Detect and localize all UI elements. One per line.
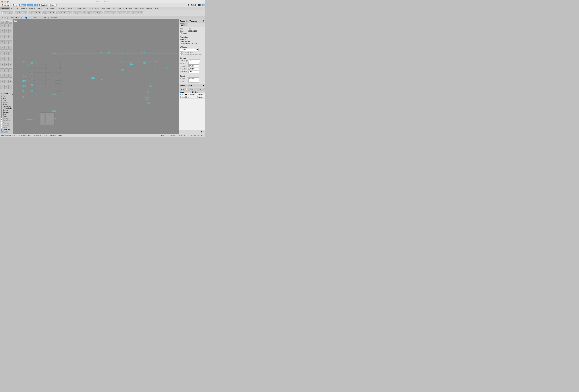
fillet-icon[interactable]: ⌒ xyxy=(123,11,126,14)
snap-onsurf[interactable]: On surface xyxy=(0,119,10,121)
fullscreen-button[interactable]: ⊡ xyxy=(202,4,205,6)
region-select[interactable]: ⬡ xyxy=(8,29,12,33)
snap-end[interactable]: End xyxy=(0,95,5,97)
maximize-button[interactable] xyxy=(7,1,8,2)
zoom-extents-icon[interactable]: ⊞ xyxy=(49,11,52,14)
zoom-window-icon[interactable]: ⊟ xyxy=(52,11,55,14)
array-tool[interactable]: ⊞ xyxy=(0,63,4,66)
hatch-tool[interactable]: ≡ xyxy=(8,68,12,72)
snap-int[interactable]: Intersection xyxy=(0,105,10,107)
fillet-tool[interactable]: ⌒ xyxy=(0,57,4,61)
layer-swatch[interactable] xyxy=(185,94,187,95)
viewport-single-icon[interactable]: ▭ xyxy=(4,17,6,19)
ytarget-input[interactable] xyxy=(188,80,199,82)
trim-icon[interactable]: ⌐ xyxy=(117,11,120,14)
layer-default[interactable]: ◉ 🔓 🖨 Default Conti... xyxy=(179,93,205,96)
tab-solid-tools[interactable]: Solid Tools xyxy=(100,7,111,9)
trim-tool[interactable]: ⌐ xyxy=(0,52,4,55)
viewport-canvas[interactable]: x y xyxy=(13,19,179,129)
layer-filter-icon[interactable]: ⊟ xyxy=(199,88,202,90)
copy-icon[interactable]: ⧉ xyxy=(18,11,21,14)
undo2-icon[interactable]: ⟲ xyxy=(35,11,38,14)
text-tool[interactable]: T xyxy=(0,68,4,72)
layer-print-icon[interactable]: 🖨 xyxy=(188,94,189,95)
hatch-icon[interactable]: ≡ xyxy=(99,11,102,14)
vp-tab-perspective[interactable]: Perspective xyxy=(8,16,20,19)
snap-smarttrack[interactable]: SmartTrack xyxy=(0,129,10,131)
layer-0-swatch[interactable] xyxy=(185,96,187,98)
ortho-view-btn[interactable]: ▭ xyxy=(184,23,188,26)
layers-sub-btn[interactable]: − xyxy=(182,131,183,133)
cut-icon[interactable]: ✂ xyxy=(15,11,18,14)
snap-oncurve[interactable]: On curve xyxy=(0,117,9,119)
tab-surface-tools[interactable]: Surface Tools xyxy=(88,7,100,9)
help-icon[interactable]: ? xyxy=(140,11,143,14)
snap-knot[interactable]: Knot xyxy=(0,113,6,115)
dimension-icon[interactable]: ↔ xyxy=(93,11,96,14)
arc-icon[interactable]: ◜ xyxy=(66,11,69,14)
tab-viewport-layout[interactable]: Viewport Layout xyxy=(43,7,58,9)
lasso-tool[interactable]: ⊙ xyxy=(8,23,12,27)
camera-view-btn[interactable]: 📷 xyxy=(180,23,184,26)
tab-render-tools[interactable]: Render Tools xyxy=(133,7,145,9)
tab-subd-tools[interactable]: SubD Tools xyxy=(111,7,122,9)
vp-tab-top[interactable]: Top xyxy=(23,16,29,19)
move-tool[interactable]: ⊹ xyxy=(0,85,4,89)
layer-0-on-icon[interactable]: ◉ xyxy=(182,96,183,98)
layer-0-lt-dot[interactable] xyxy=(197,96,199,98)
rotation-input[interactable] xyxy=(188,62,199,65)
xtarget-input[interactable] xyxy=(188,77,199,80)
chamfer-tool[interactable]: ∧ xyxy=(4,57,8,61)
layer-icon-4[interactable]: ◻ xyxy=(188,88,191,90)
extend-tool[interactable]: ↗ xyxy=(8,52,12,55)
solid-icon[interactable]: ◻ xyxy=(86,11,90,14)
close-button[interactable] xyxy=(1,1,3,2)
curve-icon[interactable]: ∿ xyxy=(79,11,82,14)
import-tool[interactable]: ⬇ xyxy=(0,74,4,78)
rect-icon[interactable]: ▭ xyxy=(72,11,76,14)
greyscale-cb[interactable] xyxy=(180,54,182,55)
ellipse-tool[interactable]: ◯ xyxy=(8,35,12,38)
layers-gear-icon[interactable]: ⚙ xyxy=(203,85,204,87)
layer-0-lock-icon[interactable]: 🔓 xyxy=(183,96,185,98)
zoom-in-icon[interactable]: 🔍 xyxy=(43,11,46,14)
gumball-button[interactable]: Gumball xyxy=(39,4,48,6)
tab-new-v7[interactable]: New in V7 xyxy=(153,7,164,9)
mirror-icon[interactable]: ⇔ xyxy=(113,11,116,14)
revolve-tool[interactable]: ↻ xyxy=(8,46,12,50)
command-input[interactable] xyxy=(0,20,12,23)
layer-icon-5[interactable]: ▭ xyxy=(191,88,193,90)
group-tool[interactable]: ⊟ xyxy=(4,63,8,66)
line-tool[interactable]: ╱ xyxy=(0,40,4,44)
layer-icon-7[interactable]: ✕ xyxy=(197,88,199,90)
layers-arrow-icon[interactable]: ▾ xyxy=(203,131,204,133)
layer-icon-6[interactable]: ? xyxy=(194,88,196,90)
layer-on-icon[interactable]: ◉ xyxy=(182,94,183,95)
layer-lock-icon[interactable]: 🔓 xyxy=(183,94,185,95)
polyline-tool[interactable]: ⌇ xyxy=(8,40,12,44)
point-icon[interactable]: · xyxy=(57,11,60,14)
record-button[interactable] xyxy=(198,4,201,6)
redo2-icon[interactable]: ⟳ xyxy=(38,11,41,14)
layer-color-dot[interactable] xyxy=(180,94,181,95)
two-point-option[interactable]: Two point perspective xyxy=(180,43,204,44)
tab-setview[interactable]: Set View xyxy=(19,7,28,9)
arc-tool[interactable]: ◜ xyxy=(4,35,8,38)
open-icon[interactable]: 📂 xyxy=(4,11,7,14)
planar-button[interactable]: Planar xyxy=(19,4,26,6)
block-tool[interactable]: ▭ xyxy=(8,63,12,66)
select-tool[interactable]: ↖ xyxy=(0,23,4,27)
snap-point[interactable]: Point xyxy=(0,99,6,101)
tab-drafting[interactable]: Drafting xyxy=(145,7,154,9)
layer-icon-2[interactable]: ⊡ xyxy=(183,88,185,90)
new-icon[interactable]: 📄 xyxy=(0,11,4,14)
snap-tan[interactable]: Tangent xyxy=(0,109,8,111)
offset-tool[interactable]: ⊣ xyxy=(0,46,4,50)
properties-gear-icon[interactable]: ⚙ xyxy=(203,20,204,22)
tab-mesh-tools[interactable]: Mesh Tools xyxy=(122,7,133,9)
xloc-input[interactable] xyxy=(188,65,199,67)
traffic-lights[interactable] xyxy=(1,1,8,2)
ellipse-icon[interactable]: ◯ xyxy=(76,11,79,14)
layer-add-icon[interactable]: + xyxy=(202,88,205,90)
show-wallpaper-cb[interactable] xyxy=(180,52,182,53)
